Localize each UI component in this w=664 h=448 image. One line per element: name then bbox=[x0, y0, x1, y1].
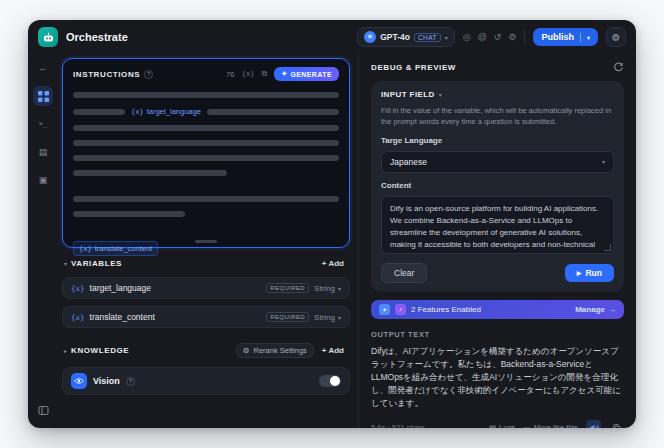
mention-icon[interactable]: @ bbox=[478, 32, 487, 42]
run-button[interactable]: ▶ Run bbox=[565, 264, 614, 282]
input-field-description: Fill in the value of the variable, which… bbox=[381, 105, 614, 128]
skeleton-line bbox=[73, 170, 227, 176]
debug-title: DEBUG & PREVIEW bbox=[371, 63, 456, 72]
skeleton-line bbox=[73, 196, 339, 202]
logs-button[interactable]: ▤ Logs bbox=[489, 423, 515, 428]
sidebar-item-terminal[interactable]: >_ bbox=[33, 114, 53, 134]
output-footer: 5.6s · 521 chars ▤ Logs ⋯ More like this bbox=[371, 420, 624, 428]
publish-chevron-icon: ▾ bbox=[587, 34, 590, 41]
sidebar-item-orchestrate[interactable] bbox=[33, 86, 53, 106]
vision-eye-icon bbox=[71, 373, 87, 389]
chevron-down-icon: ▾ bbox=[445, 34, 448, 41]
sidebar-item-annotation[interactable]: ▣ bbox=[33, 170, 53, 190]
chevron-right-icon[interactable]: ▸ bbox=[64, 347, 67, 354]
variables-title: VARIABLES bbox=[71, 259, 122, 268]
features-bar: ✦ ♪ 2 Features Enabled Manage → bbox=[371, 300, 624, 319]
prompt-toolbar: ◎ @ ↺ ⚙ bbox=[463, 32, 517, 42]
skeleton-line bbox=[73, 109, 125, 115]
variable-name: target_language bbox=[90, 283, 151, 293]
rerank-settings-button[interactable]: ⚙ Rerank Settings bbox=[236, 343, 314, 358]
insert-variable-icon[interactable]: {x} bbox=[242, 70, 255, 78]
char-count: 76 bbox=[226, 70, 235, 79]
variable-icon: {x} bbox=[71, 284, 85, 293]
variable-row-translate-content[interactable]: {x} translate_content REQUIRED String ▾ bbox=[62, 306, 350, 328]
variable-token-translate-content: {x} translate_content bbox=[73, 241, 158, 256]
model-name: GPT-4o bbox=[380, 32, 410, 42]
toggle-knob bbox=[330, 376, 340, 386]
chevron-down-icon: ▾ bbox=[439, 91, 442, 98]
variable-type-select[interactable]: String ▾ bbox=[314, 284, 341, 293]
app-settings-button[interactable]: ⚙ bbox=[606, 27, 626, 47]
sparkle-icon: ✦ bbox=[281, 70, 287, 78]
run-label: Run bbox=[585, 268, 602, 278]
chevron-down-icon: ▾ bbox=[338, 314, 341, 321]
vision-help-icon[interactable]: ? bbox=[126, 377, 135, 386]
generate-button[interactable]: ✦ GENERATE bbox=[274, 67, 339, 81]
knowledge-header: ▸ KNOWLEDGE ⚙ Rerank Settings + Add bbox=[62, 341, 350, 358]
variable-icon: {x} bbox=[71, 313, 85, 322]
input-field-toggle[interactable]: INPUT FIELD ▾ bbox=[381, 90, 614, 99]
toolbar-divider bbox=[524, 30, 525, 44]
top-bar: Orchestrate ✳ GPT-4o CHAT ▾ ◎ @ ↺ ⚙ Publ… bbox=[28, 20, 636, 54]
speaker-icon[interactable] bbox=[586, 420, 601, 428]
skeleton-line bbox=[73, 125, 339, 131]
publish-divider bbox=[580, 33, 581, 42]
back-icon[interactable]: ← bbox=[33, 58, 53, 78]
chevron-down-icon: ▾ bbox=[602, 158, 605, 165]
content-label: Content bbox=[381, 181, 614, 190]
spacer bbox=[73, 185, 339, 187]
variable-type-select[interactable]: String ▾ bbox=[314, 313, 341, 322]
output-title: OUTPUT TEXT bbox=[371, 330, 624, 339]
chat-mode-badge: CHAT bbox=[414, 33, 441, 42]
variable-token-target-language: {x} target_language bbox=[131, 107, 201, 116]
copy-output-icon[interactable] bbox=[609, 420, 624, 428]
content-textarea[interactable]: Dify is an open-source platform for buil… bbox=[381, 196, 614, 254]
model-selector[interactable]: ✳ GPT-4o CHAT ▾ bbox=[357, 27, 455, 47]
play-icon: ▶ bbox=[577, 269, 582, 276]
input-field-title: INPUT FIELD bbox=[381, 90, 435, 99]
selected-language: Japanese bbox=[390, 157, 427, 167]
app-logo-icon bbox=[38, 27, 58, 47]
more-like-this-button[interactable]: ⋯ More like this bbox=[523, 423, 578, 428]
output-text: Difyは、AIアプリケーションを構築するためのオープンソースプラットフォームで… bbox=[371, 345, 624, 411]
required-badge: REQUIRED bbox=[266, 312, 309, 322]
add-variable-button[interactable]: + Add bbox=[318, 257, 348, 270]
clear-button[interactable]: Clear bbox=[381, 263, 427, 283]
list-icon: ▤ bbox=[489, 423, 496, 428]
chevron-down-icon: ▾ bbox=[338, 285, 341, 292]
target-language-label: Targe Language bbox=[381, 136, 614, 145]
feature-icon-1: ✦ bbox=[379, 304, 390, 315]
features-label: 2 Features Enabled bbox=[411, 305, 481, 314]
arrow-right-icon: → bbox=[608, 305, 616, 314]
restart-icon[interactable] bbox=[613, 62, 624, 73]
debug-panel: DEBUG & PREVIEW INPUT FIELD ▾ Fill in th… bbox=[358, 54, 636, 428]
chevron-down-icon[interactable]: ▾ bbox=[64, 260, 67, 267]
collapse-panel-icon[interactable] bbox=[33, 400, 53, 420]
instructions-card: INSTRUCTIONS ? 76 {x} ⧉ ✦ GENERATE bbox=[62, 58, 350, 248]
skeleton-line bbox=[73, 140, 339, 146]
app-window: Orchestrate ✳ GPT-4o CHAT ▾ ◎ @ ↺ ⚙ Publ… bbox=[28, 20, 636, 428]
target-language-select[interactable]: Japanese ▾ bbox=[381, 151, 614, 173]
sidebar-item-logs[interactable]: ▤ bbox=[33, 142, 53, 162]
resize-handle[interactable] bbox=[195, 240, 217, 243]
settings-icon[interactable]: ⚙ bbox=[508, 32, 516, 42]
prompt-editor[interactable]: {x} target_language bbox=[73, 92, 339, 256]
variable-row-target-language[interactable]: {x} target_language REQUIRED String ▾ bbox=[62, 277, 350, 299]
add-knowledge-button[interactable]: + Add bbox=[318, 344, 348, 357]
publish-button[interactable]: Publish ▾ bbox=[533, 28, 598, 46]
history-icon[interactable]: ↺ bbox=[494, 32, 502, 42]
input-field-card: INPUT FIELD ▾ Fill in the value of the v… bbox=[371, 81, 624, 292]
feature-icon-2: ♪ bbox=[395, 304, 406, 315]
skeleton-line bbox=[73, 155, 339, 161]
ellipsis-icon: ⋯ bbox=[523, 423, 531, 428]
instructions-title: INSTRUCTIONS bbox=[73, 70, 140, 79]
vision-toggle[interactable] bbox=[319, 375, 341, 387]
skeleton-line bbox=[73, 211, 185, 217]
copy-icon[interactable]: ⧉ bbox=[261, 69, 267, 79]
publish-label: Publish bbox=[541, 32, 574, 42]
manage-features-button[interactable]: Manage → bbox=[575, 305, 616, 314]
eye-icon[interactable]: ◎ bbox=[463, 32, 471, 42]
instructions-help-icon[interactable]: ? bbox=[144, 70, 153, 79]
variable-name: translate_content bbox=[90, 312, 155, 322]
spacer bbox=[73, 226, 339, 232]
